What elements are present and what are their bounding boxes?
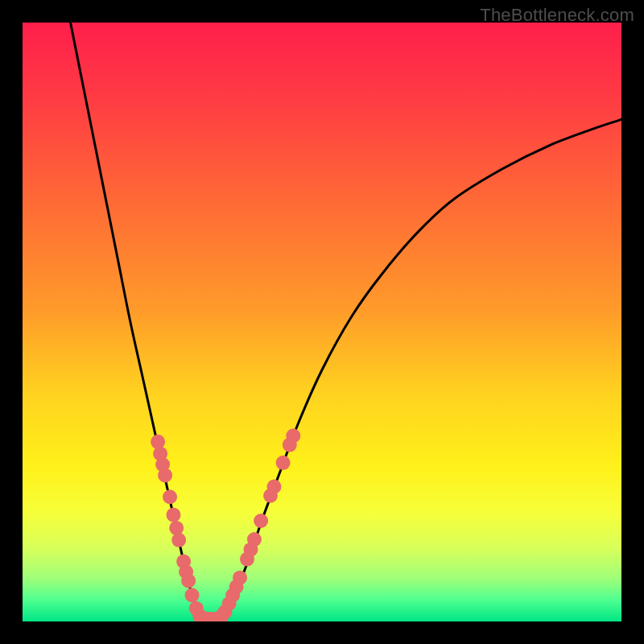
data-marker (181, 573, 196, 588)
data-marker (185, 588, 200, 602)
data-marker (169, 521, 184, 535)
plot-area (23, 23, 621, 621)
outer-frame: TheBottleneck.com (0, 0, 644, 644)
gradient-background (23, 23, 621, 621)
data-marker (247, 532, 262, 547)
chart-canvas (23, 23, 621, 621)
data-marker (276, 456, 291, 470)
data-marker (286, 428, 300, 443)
data-marker (158, 468, 172, 482)
data-marker (266, 480, 281, 494)
data-marker (171, 533, 186, 547)
data-marker (151, 435, 165, 449)
data-marker (254, 514, 268, 528)
data-marker (163, 489, 177, 504)
data-marker (166, 508, 180, 522)
data-marker (233, 571, 247, 585)
watermark-text: TheBottleneck.com (480, 5, 634, 26)
